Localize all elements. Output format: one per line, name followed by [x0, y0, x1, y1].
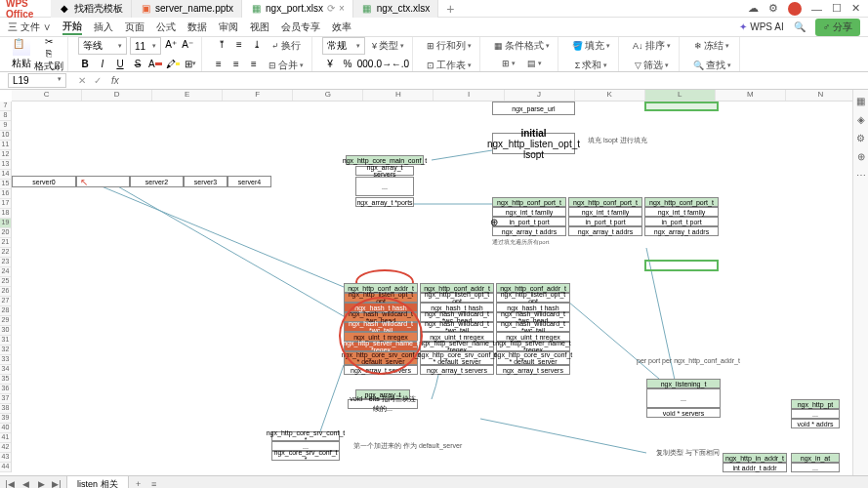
- font-color-button[interactable]: A: [148, 57, 162, 70]
- share-button[interactable]: ♂ 分享: [815, 19, 860, 36]
- sheet-list-button[interactable]: ≡: [148, 479, 160, 488]
- side-icon[interactable]: ◈: [857, 114, 865, 125]
- side-icon[interactable]: ⚙: [856, 133, 865, 143]
- align-middle-button[interactable]: ≡: [232, 37, 246, 51]
- diagram-box: ngx_array_t addrs: [568, 226, 642, 236]
- menu-efficiency[interactable]: 效率: [332, 20, 351, 34]
- freeze-button[interactable]: ❄冻结▾: [690, 37, 733, 55]
- size-select[interactable]: 11▾: [130, 37, 161, 55]
- menu-start[interactable]: 开始: [62, 20, 82, 35]
- align-center-button[interactable]: ≡: [229, 57, 243, 70]
- diagram-box: ngx_http_listen_opt_t opt: [420, 293, 494, 303]
- wrap-button[interactable]: ⤶换行: [268, 37, 305, 55]
- sheet-next-button[interactable]: ▶: [35, 479, 47, 488]
- increase-font-button[interactable]: A⁺: [164, 37, 178, 51]
- menu-page[interactable]: 页面: [125, 20, 145, 34]
- side-icon[interactable]: ▦: [856, 96, 865, 106]
- accept-formula-icon[interactable]: ✓: [90, 75, 105, 86]
- menu-insert[interactable]: 插入: [94, 20, 113, 34]
- paste-icon[interactable]: 📋: [13, 38, 30, 56]
- side-icon[interactable]: ⊕: [857, 151, 865, 162]
- format-brush-button[interactable]: 格式刷: [34, 60, 63, 73]
- row-headers[interactable]: 7891011121314151617181920212223242526272…: [0, 102, 12, 472]
- sort-button[interactable]: A↓排序▾: [629, 37, 675, 55]
- menu-data[interactable]: 数据: [187, 20, 207, 34]
- column-headers[interactable]: CDEFGHIJKLMN: [12, 90, 856, 102]
- sheet-last-button[interactable]: ▶|: [51, 479, 62, 488]
- align-bottom-button[interactable]: ⤓: [250, 37, 264, 51]
- side-icon[interactable]: ⋯: [856, 170, 866, 181]
- wps-ai-button[interactable]: ✦ WPS AI: [739, 21, 783, 32]
- maximize-button[interactable]: ☐: [832, 2, 842, 15]
- border-button[interactable]: ⊞▾: [184, 57, 197, 70]
- diagram-box: in_port_t port: [568, 217, 642, 226]
- sheet-prev-button[interactable]: ◀: [20, 479, 31, 488]
- percent-button[interactable]: %: [341, 57, 354, 70]
- tab-modified-icon: ⟳: [327, 3, 335, 14]
- tab-active-xlsx[interactable]: ▦ngx_port.xlsx⟳×: [242, 0, 353, 18]
- formula-input[interactable]: [125, 72, 868, 89]
- cloud-icon[interactable]: ☁: [748, 2, 759, 15]
- spreadsheet-area[interactable]: ngx_parse_url initialngx_http_listen_opt…: [12, 102, 856, 475]
- inc-decimal-button[interactable]: .0→: [376, 57, 390, 70]
- diagram-box: ngx_http_core_srv_conf_t * default_serve…: [420, 351, 494, 365]
- name-box[interactable]: L19▾: [8, 73, 66, 88]
- menu-review[interactable]: 审阅: [219, 20, 238, 34]
- xlsx-icon: ▦: [250, 3, 262, 15]
- server-cell: server0: [12, 176, 76, 187]
- file-menu[interactable]: 三 文件 ∨: [8, 20, 51, 34]
- sheet-tab[interactable]: listen 相关: [66, 475, 129, 489]
- align-top-button[interactable]: ⤒: [215, 37, 228, 51]
- selected-cell[interactable]: [644, 260, 719, 271]
- menu-member[interactable]: 会员专享: [281, 20, 320, 34]
- minimize-button[interactable]: —: [811, 3, 822, 15]
- diagram-note: 复制类型 与下面相同: [656, 448, 720, 458]
- cond-fmt-button[interactable]: ▦条件格式▾: [490, 37, 554, 55]
- italic-button[interactable]: I: [96, 57, 109, 70]
- copy-icon[interactable]: ⎘: [46, 48, 52, 59]
- font-select[interactable]: 等线▾: [78, 37, 127, 55]
- close-icon[interactable]: ×: [339, 3, 345, 14]
- cancel-formula-icon[interactable]: ✕: [74, 75, 90, 86]
- bold-button[interactable]: B: [78, 57, 92, 70]
- comma-button[interactable]: 000: [358, 57, 372, 70]
- decrease-font-button[interactable]: A⁻: [181, 37, 194, 51]
- diagram-box: ngx_parse_url: [492, 102, 575, 115]
- search-icon[interactable]: 🔍: [794, 21, 806, 32]
- close-button[interactable]: ✕: [851, 2, 860, 15]
- underline-button[interactable]: U: [113, 57, 127, 70]
- fill-button[interactable]: 🪣填充▾: [568, 37, 614, 55]
- add-sheet-button[interactable]: +: [133, 479, 145, 488]
- strike-button[interactable]: S: [131, 57, 145, 70]
- diagram-box: ngx_http_server_name_t *regex: [420, 342, 494, 351]
- tab-template[interactable]: ◆找稻壳模板: [51, 0, 132, 18]
- diagram-box: ngx_http_conf_port_t: [568, 197, 642, 207]
- format-select[interactable]: 常规▾: [322, 37, 365, 55]
- diagram-box: ngx_http_conf_port_t: [492, 197, 566, 207]
- align-right-button[interactable]: ≡: [247, 57, 261, 70]
- fx-icon[interactable]: fx: [105, 75, 125, 86]
- sheet-first-button[interactable]: |◀: [4, 479, 16, 488]
- row-selection: [644, 102, 719, 111]
- type-button[interactable]: ¥类型▾: [368, 37, 408, 55]
- insert-button[interactable]: ⊞▾: [498, 57, 519, 70]
- svg-line-6: [480, 419, 646, 453]
- row-col-button[interactable]: ⊞行和列▾: [423, 37, 475, 55]
- tab-xlsx2[interactable]: ▦ngx_ctx.xlsx: [353, 0, 438, 18]
- add-tab-button[interactable]: +: [438, 1, 462, 17]
- menu-view[interactable]: 视图: [250, 20, 269, 34]
- paste-button[interactable]: 粘贴: [12, 57, 31, 70]
- cut-icon[interactable]: ✂: [45, 36, 53, 47]
- currency-button[interactable]: ¥: [323, 57, 337, 70]
- avatar[interactable]: [788, 2, 802, 16]
- settings-icon[interactable]: ⚙: [768, 2, 778, 15]
- diagram-box: ngx_array_t addrs: [492, 226, 566, 236]
- menu-formula[interactable]: 公式: [156, 20, 176, 34]
- align-left-button[interactable]: ≡: [212, 57, 226, 70]
- diagram-box: ngx_core_srv_conf_t *: [271, 451, 340, 461]
- diagram-box: ngx_http_in_addr_t: [723, 453, 787, 463]
- highlight-button[interactable]: 🖍: [166, 57, 180, 70]
- dec-decimal-button[interactable]: ←.0: [393, 57, 407, 70]
- style-button[interactable]: ▤▾: [523, 57, 546, 70]
- tab-pptx[interactable]: ▣server_name.pptx: [132, 0, 242, 18]
